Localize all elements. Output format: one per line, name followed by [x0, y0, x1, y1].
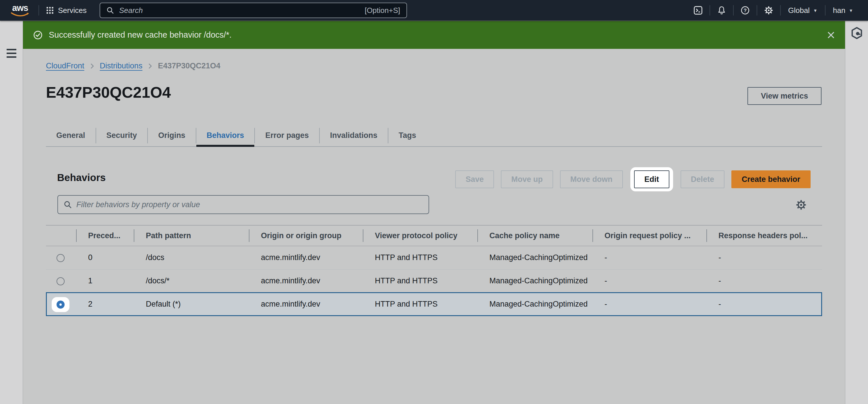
column-header-path-pattern[interactable]: Path pattern [134, 225, 249, 246]
filter-input[interactable] [76, 200, 423, 209]
chevron-down-icon: ▼ [849, 8, 853, 13]
cell-origin: acme.mintlify.dev [249, 269, 363, 292]
notifications-button[interactable] [710, 6, 733, 15]
search-icon [106, 7, 114, 14]
breadcrumb-cloudfront-link[interactable]: CloudFront [46, 61, 84, 70]
cell-response-headers-policy: - [706, 246, 822, 269]
global-search[interactable]: [Option+S] [100, 3, 407, 18]
banner-message: Successfully created new cache behavior … [49, 30, 231, 40]
aws-console-screen: aws Services [Option+S] [0, 0, 868, 404]
search-input[interactable] [119, 6, 360, 15]
gear-icon [764, 6, 773, 15]
tab-origins[interactable]: Origins [148, 125, 196, 146]
tab-invalidations[interactable]: Invalidations [320, 125, 388, 146]
side-panel-toggle-button[interactable] [850, 26, 863, 41]
right-utility-rail [845, 21, 868, 404]
cell-response-headers-policy: - [706, 292, 822, 316]
cell-cache-policy: Managed-CachingOptimized [477, 292, 592, 316]
behaviors-panel-heading: Behaviors [57, 172, 105, 183]
close-icon [827, 31, 835, 39]
open-sidebar-button[interactable] [7, 49, 17, 58]
column-header-response-headers-policy[interactable]: Response headers pol... [706, 225, 822, 246]
account-menu[interactable]: han ▼ [826, 6, 861, 15]
table-preferences-button[interactable] [796, 199, 807, 211]
row-radio-unselected[interactable] [57, 277, 65, 285]
aws-logo[interactable]: aws [9, 4, 32, 17]
gear-icon [796, 199, 807, 210]
tab-behaviors[interactable]: Behaviors [196, 125, 255, 146]
success-check-icon [33, 30, 42, 40]
tab-error-pages[interactable]: Error pages [255, 125, 319, 146]
behaviors-actions: Save Move up Move down Edit Delete Creat… [455, 169, 811, 190]
region-selector[interactable]: Global ▼ [781, 6, 825, 15]
breadcrumb-distributions-link[interactable]: Distributions [100, 61, 143, 70]
distribution-tabs: General Security Origins Behaviors Error… [46, 125, 822, 147]
settings-button[interactable] [757, 6, 780, 15]
table-header-row: Preced... Path pattern Origin or origin … [46, 225, 822, 246]
cell-path-pattern: Default (*) [134, 292, 249, 316]
table-row[interactable]: 0 /docs acme.mintlify.dev HTTP and HTTPS… [46, 246, 822, 269]
save-button[interactable]: Save [455, 170, 494, 188]
search-shortcut-hint: [Option+S] [365, 6, 400, 15]
edit-button[interactable]: Edit [634, 170, 670, 188]
cell-cache-policy: Managed-CachingOptimized [477, 246, 592, 269]
tab-security[interactable]: Security [96, 125, 148, 146]
svg-text:?: ? [743, 7, 747, 13]
tab-tags[interactable]: Tags [389, 125, 427, 146]
cell-precedence: 0 [76, 246, 134, 269]
behaviors-table: Preced... Path pattern Origin or origin … [46, 225, 822, 316]
edit-button-highlight: Edit [630, 167, 673, 191]
breadcrumb: CloudFront Distributions E437P30QC21O4 [46, 61, 220, 70]
chevron-down-icon: ▼ [813, 8, 817, 13]
services-label: Services [58, 6, 87, 15]
aws-smile-icon [11, 12, 30, 17]
column-header-cache-policy[interactable]: Cache policy name [477, 225, 592, 246]
selection-column-header [46, 225, 76, 246]
top-navigation-bar: aws Services [Option+S] [0, 0, 868, 21]
page-title: E437P30QC21O4 [46, 83, 171, 101]
cell-precedence: 1 [76, 269, 134, 292]
move-down-button[interactable]: Move down [560, 170, 623, 188]
topbar-utilities: ? [687, 0, 861, 21]
row-radio-unselected[interactable] [57, 254, 65, 262]
hamburger-icon [7, 49, 17, 50]
column-header-origin-request-policy[interactable]: Origin request policy ... [592, 225, 706, 246]
behaviors-filter[interactable] [57, 195, 429, 214]
left-navigation-rail [0, 21, 23, 404]
cell-viewer-policy: HTTP and HTTPS [363, 246, 477, 269]
hexagon-panel-icon [850, 26, 863, 40]
cloudshell-button[interactable] [687, 6, 710, 15]
chevron-right-icon [90, 63, 94, 69]
region-label: Global [788, 6, 810, 15]
aws-logo-text: aws [12, 4, 28, 12]
tab-general[interactable]: General [46, 125, 96, 146]
cell-viewer-policy: HTTP and HTTPS [363, 269, 477, 292]
delete-button[interactable]: Delete [681, 170, 724, 188]
column-header-origin[interactable]: Origin or origin group [249, 225, 363, 246]
table-row[interactable]: 1 /docs/* acme.mintlify.dev HTTP and HTT… [46, 269, 822, 292]
view-metrics-button[interactable]: View metrics [747, 87, 822, 105]
success-flashbar: Successfully created new cache behavior … [23, 21, 845, 49]
cell-origin: acme.mintlify.dev [249, 246, 363, 269]
move-up-button[interactable]: Move up [501, 170, 553, 188]
cell-viewer-policy: HTTP and HTTPS [363, 292, 477, 316]
column-header-viewer-protocol[interactable]: Viewer protocol policy [363, 225, 477, 246]
cell-response-headers-policy: - [706, 269, 822, 292]
account-label: han [833, 6, 845, 15]
cell-origin-request-policy: - [592, 269, 706, 292]
cell-path-pattern: /docs [134, 246, 249, 269]
cell-origin: acme.mintlify.dev [249, 292, 363, 316]
question-circle-icon: ? [741, 6, 750, 15]
create-behavior-button[interactable]: Create behavior [732, 170, 811, 188]
breadcrumb-current: E437P30QC21O4 [158, 61, 220, 70]
column-header-precedence[interactable]: Preced... [76, 225, 134, 246]
cell-origin-request-policy: - [592, 292, 706, 316]
help-button[interactable]: ? [734, 6, 756, 15]
banner-close-button[interactable] [827, 31, 835, 39]
divider [38, 5, 39, 16]
row-radio-selected[interactable] [57, 300, 65, 309]
radio-highlight [52, 297, 69, 312]
chevron-right-icon [148, 63, 152, 69]
services-menu-button[interactable]: Services [46, 6, 87, 15]
table-row-selected[interactable]: 2 Default (*) acme.mintlify.dev HTTP and… [46, 292, 822, 316]
